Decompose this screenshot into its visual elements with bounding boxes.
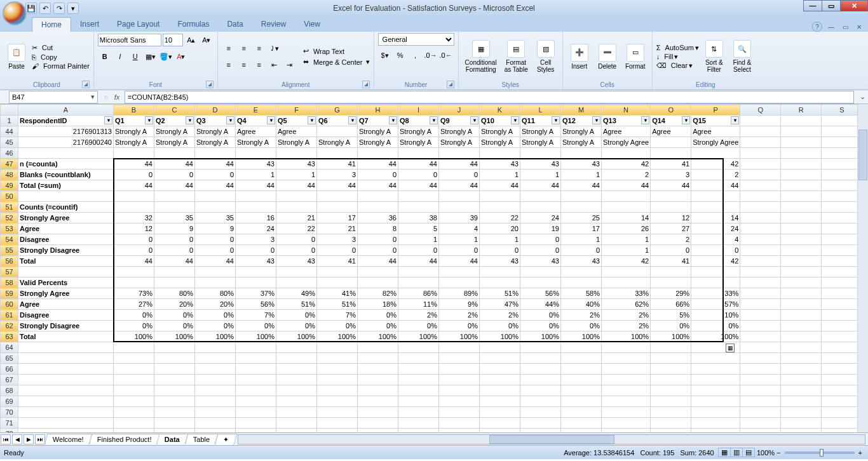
cell[interactable] [781, 418, 822, 429]
cell[interactable]: 21 [276, 213, 317, 224]
cell[interactable] [480, 267, 520, 277]
filter-dropdown-icon[interactable]: ▾ [186, 116, 194, 124]
cell[interactable] [195, 353, 236, 364]
cell[interactable]: 42 [602, 256, 651, 267]
cell[interactable]: Strongly A [114, 126, 154, 137]
cell[interactable] [691, 267, 740, 277]
cell[interactable]: 0% [439, 321, 480, 331]
cell[interactable] [317, 267, 358, 277]
cell[interactable] [822, 180, 862, 191]
filter-dropdown-icon[interactable]: ▾ [267, 116, 275, 124]
cell[interactable] [781, 299, 822, 310]
cell[interactable] [651, 148, 691, 159]
cell[interactable]: 43 [276, 159, 317, 170]
cell[interactable]: Agree [236, 126, 276, 137]
cell[interactable] [18, 342, 114, 353]
cell[interactable]: 17 [317, 213, 358, 224]
cell[interactable] [822, 310, 862, 321]
cell[interactable] [781, 364, 822, 375]
cell[interactable]: 29% [651, 288, 691, 299]
cell[interactable] [691, 396, 740, 407]
cell[interactable]: 2176901313 [18, 126, 114, 137]
cell[interactable]: 0% [480, 321, 520, 331]
cell[interactable]: 100% [114, 331, 154, 342]
cell[interactable] [781, 385, 822, 396]
merge-center-button[interactable]: ⬌ Merge & Center ▾ [303, 58, 370, 66]
cell[interactable] [439, 277, 480, 288]
cell[interactable] [480, 375, 520, 385]
cell[interactable]: 36 [358, 213, 398, 224]
filter-dropdown-icon[interactable]: ▾ [226, 116, 234, 124]
cell[interactable]: 86% [398, 288, 439, 299]
filter-dropdown-icon[interactable]: ▾ [389, 116, 397, 124]
col-header-G[interactable]: G [317, 105, 358, 116]
cell[interactable] [602, 396, 651, 407]
row-header-46[interactable]: 46 [1, 148, 18, 159]
cell[interactable]: 0 [276, 245, 317, 256]
cell[interactable]: 0 [358, 170, 398, 180]
cell[interactable]: 7% [317, 310, 358, 321]
cell[interactable]: 44 [398, 256, 439, 267]
cell[interactable]: 100% [480, 331, 520, 342]
cell[interactable]: 100% [317, 331, 358, 342]
cell[interactable]: Agree [276, 126, 317, 137]
cell[interactable]: 33% [691, 288, 740, 299]
cell[interactable] [358, 353, 398, 364]
cell[interactable]: 0% [114, 310, 154, 321]
cell[interactable]: 35 [154, 213, 195, 224]
cell[interactable]: 1 [480, 234, 520, 245]
tab-insert[interactable]: Insert [71, 17, 108, 32]
cell[interactable] [520, 202, 561, 213]
autofill-handle-icon[interactable]: ▦ [726, 344, 735, 352]
cell[interactable] [358, 267, 398, 277]
cell[interactable] [651, 353, 691, 364]
cell[interactable]: 0 [398, 170, 439, 180]
filter-dropdown-icon[interactable]: ▾ [104, 116, 112, 124]
cell[interactable] [602, 267, 651, 277]
cell[interactable]: 44 [561, 180, 602, 191]
increase-decimal-icon[interactable]: .0→ [424, 48, 438, 62]
cell[interactable] [195, 385, 236, 396]
cell[interactable] [781, 256, 822, 267]
cell[interactable]: 41 [317, 256, 358, 267]
cell[interactable]: 0 [114, 170, 154, 180]
cell[interactable] [154, 191, 195, 202]
cell[interactable] [781, 224, 822, 234]
cell[interactable] [236, 364, 276, 375]
cell[interactable]: 51% [276, 299, 317, 310]
filter-header[interactable]: Q5▾ [276, 116, 317, 126]
undo-icon[interactable]: ↶ [39, 3, 51, 14]
cell[interactable] [398, 407, 439, 418]
cell[interactable] [781, 353, 822, 364]
filter-header[interactable]: Q2▾ [154, 116, 195, 126]
filter-dropdown-icon[interactable]: ▾ [731, 116, 739, 124]
cell[interactable] [822, 277, 862, 288]
cell[interactable]: Strongly A [236, 137, 276, 148]
cell[interactable] [740, 213, 781, 224]
cell[interactable] [439, 191, 480, 202]
cell[interactable]: 57% [691, 299, 740, 310]
cell[interactable]: 44 [651, 180, 691, 191]
cell[interactable] [520, 396, 561, 407]
cell[interactable]: Strongly A [195, 137, 236, 148]
cell[interactable]: 0% [236, 321, 276, 331]
cell[interactable]: 0% [317, 321, 358, 331]
tab-data[interactable]: Data [218, 17, 252, 32]
cell[interactable] [740, 310, 781, 321]
cell[interactable]: 12 [651, 213, 691, 224]
cell[interactable] [561, 191, 602, 202]
filter-header[interactable]: Q4▾ [236, 116, 276, 126]
cell[interactable] [822, 375, 862, 385]
cell[interactable]: 25 [561, 213, 602, 224]
cell[interactable] [195, 342, 236, 353]
cell[interactable] [602, 385, 651, 396]
cut-button[interactable]: ✂ Cut [32, 44, 90, 52]
cell[interactable]: 1 [561, 170, 602, 180]
cell[interactable] [740, 321, 781, 331]
cell[interactable] [398, 418, 439, 429]
row-label[interactable]: Disagree [18, 234, 114, 245]
cell[interactable] [154, 407, 195, 418]
filter-header[interactable]: RespondentID▾ [18, 116, 114, 126]
cell[interactable] [822, 245, 862, 256]
cell[interactable]: 100% [520, 331, 561, 342]
